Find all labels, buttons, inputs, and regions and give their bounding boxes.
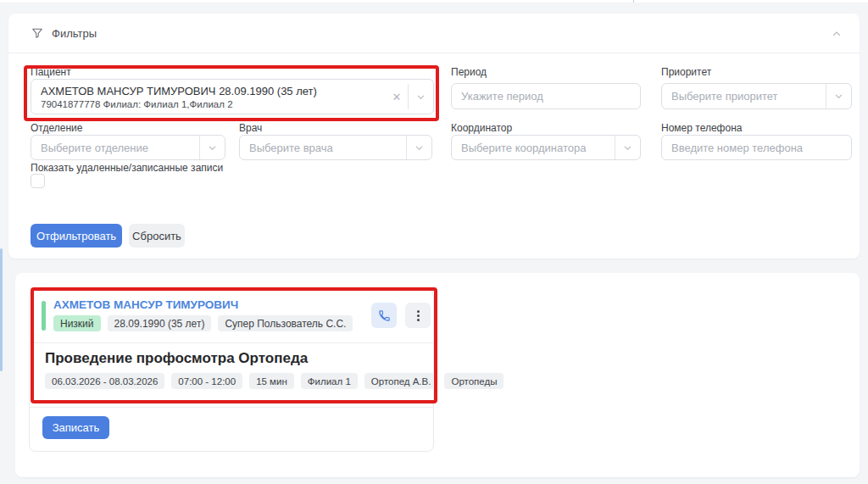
patient-label: Пациент [31,66,71,78]
filters-title: Фильтры [52,27,97,40]
birthdate-badge: 28.09.1990 (35 лет) [108,315,212,331]
patient-select-value: АХМЕТОВ МАНСУР ТИМУРОВИЧ 28.09.1990 (35 … [41,85,386,109]
coordinator-select[interactable]: Выберите координатора [451,135,641,160]
card-menu-button[interactable] [405,303,431,328]
left-scroll-strip [0,248,3,371]
card-divider-top [30,342,433,343]
patient-value-line1: АХМЕТОВ МАНСУР ТИМУРОВИЧ 28.09.1990 (35 … [41,85,386,97]
phone-icon [378,309,391,322]
branch-badge: Филиал 1 [301,373,358,389]
period-label: Период [451,66,487,78]
priority-chevron-down-icon[interactable] [826,84,851,108]
priority-select[interactable]: Выберите приоритет [661,83,852,109]
date-range-badge: 06.03.2026 - 08.03.2026 [45,373,164,389]
department-placeholder: Выберите отделение [41,142,199,154]
duration-badge: 15 мин [249,373,294,389]
coordinator-badge: Супер Пользователь С.С. [218,315,353,331]
show-deleted-checkbox[interactable] [31,174,45,188]
time-range-badge: 07:00 - 12:00 [171,373,242,389]
filters-panel: Фильтры Пациент АХМЕТОВ МАНСУР ТИМУРОВИЧ… [8,14,860,259]
show-deleted-label: Показать удаленные/записанные записи [31,162,223,174]
coordinator-label: Координатор [451,122,512,134]
specialty-badge: Ортопеды [444,373,504,389]
kebab-menu-icon [417,310,420,321]
book-appointment-button[interactable]: Записать [42,416,109,439]
coordinator-placeholder: Выберите координатора [461,142,615,154]
period-field [451,83,641,109]
call-patient-button[interactable] [371,303,397,328]
priority-placeholder: Выберите приоритет [671,90,826,103]
apply-filter-button[interactable]: Отфильтровать [31,224,122,248]
doctor-placeholder: Выберите врача [249,142,406,154]
collapse-panel-chevron-up-icon[interactable] [831,28,843,40]
appointment-title: Проведение профосмотра Ортопеда [45,350,308,367]
patient-badge-row: Низкий 28.09.1990 (35 лет) Супер Пользов… [53,315,353,331]
patient-chevron-down-icon[interactable] [408,84,433,109]
top-tick-line [633,0,634,3]
appointment-card: АХМЕТОВ МАНСУР ТИМУРОВИЧ Низкий 28.09.19… [29,290,434,452]
patient-select[interactable]: АХМЕТОВ МАНСУР ТИМУРОВИЧ 28.09.1990 (35 … [31,79,434,114]
patient-name-link[interactable]: АХМЕТОВ МАНСУР ТИМУРОВИЧ [53,298,238,311]
results-panel: АХМЕТОВ МАНСУР ТИМУРОВИЧ Низкий 28.09.19… [15,273,860,477]
top-strip [0,0,868,3]
coordinator-chevron-down-icon[interactable] [615,136,640,159]
appointment-tag-row: 06.03.2026 - 08.03.2026 07:00 - 12:00 15… [45,373,504,389]
period-input[interactable] [452,84,640,108]
card-divider-bottom [30,407,433,408]
phone-number-input[interactable] [662,136,851,159]
filters-header: Фильтры [8,14,860,53]
department-chevron-down-icon[interactable] [199,136,225,159]
doctor-select[interactable]: Выберите врача [239,135,432,160]
department-label: Отделение [31,122,82,134]
phone-number-field [661,135,852,160]
doctor-chevron-down-icon[interactable] [406,136,431,159]
doctor-label: Врач [239,122,262,134]
priority-label: Приоритет [661,66,711,78]
doctor-badge: Ортопед А.В. [364,373,438,389]
screen: Фильтры Пациент АХМЕТОВ МАНСУР ТИМУРОВИЧ… [0,0,868,484]
priority-badge: Низкий [53,315,101,331]
phone-number-label: Номер телефона [661,122,742,134]
patient-clear-icon[interactable]: ✕ [386,84,408,109]
patient-value-line2: 79041877778 Филиал: Филиал 1,Филиал 2 [41,99,386,109]
priority-status-bar [42,301,46,331]
department-select[interactable]: Выберите отделение [31,135,225,160]
filter-funnel-icon [31,27,43,39]
reset-filter-button[interactable]: Сбросить [129,224,185,248]
